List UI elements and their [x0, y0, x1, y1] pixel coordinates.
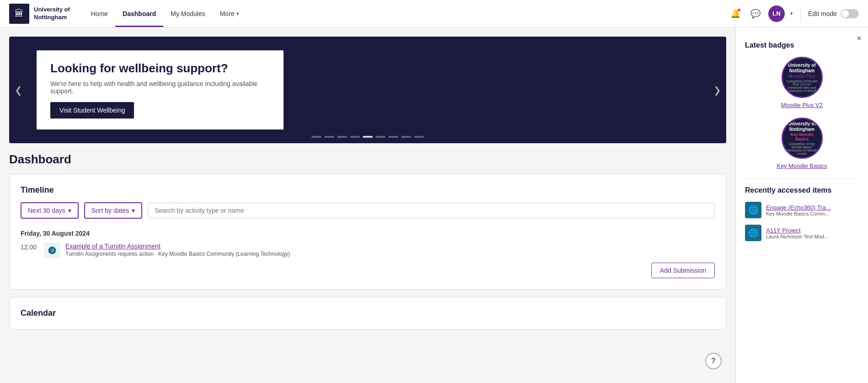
- filter-dates-dropdown[interactable]: Next 30 days ▾: [21, 202, 79, 219]
- recent-subtitle-echo360: Key Moodle Basics Comm...: [766, 211, 831, 216]
- recent-icon-echo360: 🌐: [745, 202, 761, 218]
- header-right: 🔔 💬 LN ▾ Edit mode: [728, 5, 859, 22]
- badge-label-moodle-plus: Moodle Plus: [788, 74, 815, 79]
- badge-logo-2: University ofNottingham: [788, 121, 816, 132]
- main-nav: Home Dashboard My Modules More ▾: [84, 0, 246, 27]
- recent-text-echo360: Engage (Echo360) Tra... Key Moodle Basic…: [766, 204, 831, 216]
- calendar-header: Calendar: [21, 308, 715, 318]
- timeline-details: Example of a Turnitin Assignment Turniti…: [65, 243, 715, 278]
- badge-link-moodle-plus[interactable]: Moodle Plus V2: [781, 102, 823, 108]
- avatar-dropdown-icon[interactable]: ▾: [790, 11, 793, 16]
- content-area: ❮ Looking for wellbeing support? We're h…: [0, 27, 735, 383]
- svg-text:T: T: [50, 248, 53, 253]
- header: 🏛 University of Nottingham Home Dashboar…: [0, 0, 868, 27]
- badge-desc-moodle-plus: Completion of Moodle Plus V2.0 for enhan…: [786, 80, 818, 92]
- badge-logo: University ofNottingham: [788, 63, 816, 74]
- edit-mode-control: Edit mode: [808, 9, 859, 18]
- message-icon[interactable]: 💬: [748, 6, 763, 21]
- banner-title: Looking for wellbeing support?: [50, 61, 270, 76]
- badge-item-key-moodle: University ofNottingham Key Moodle Basic…: [745, 118, 859, 169]
- banner-dot-8[interactable]: [401, 136, 411, 138]
- notification-bell-icon[interactable]: 🔔: [728, 6, 743, 21]
- filter-sort-dropdown[interactable]: Sort by dates ▾: [84, 202, 143, 219]
- recent-item-a11y[interactable]: 🌐 A11Y Project Laura Nicholson Test Mod.…: [745, 225, 859, 241]
- notification-dot: [737, 8, 741, 12]
- banner-subtitle: We're here to help with health and wellb…: [50, 80, 270, 95]
- nav-item-more[interactable]: More ▾: [213, 0, 246, 27]
- dashboard-title: Dashboard: [9, 152, 726, 167]
- badge-inner: University ofNottingham Moodle Plus Comp…: [783, 59, 821, 96]
- recent-icon-a11y: 🌐: [745, 225, 761, 241]
- banner-dot-9[interactable]: [414, 136, 424, 138]
- badge-image-moodle-plus: University ofNottingham Moodle Plus Comp…: [782, 57, 823, 98]
- avatar[interactable]: LN: [768, 5, 785, 22]
- banner-dots: [311, 136, 424, 138]
- chevron-down-icon: ▾: [236, 11, 239, 16]
- badges-section-title: Latest badges: [745, 41, 859, 49]
- banner-dot-2[interactable]: [324, 136, 334, 138]
- banner: ❮ Looking for wellbeing support? We're h…: [9, 37, 726, 143]
- help-button[interactable]: ?: [705, 353, 722, 369]
- add-submission-button[interactable]: Add Submission: [651, 263, 715, 278]
- banner-dot-7[interactable]: [388, 136, 398, 138]
- timeline-header: Timeline: [21, 185, 715, 195]
- search-input[interactable]: [148, 203, 715, 218]
- banner-dot-5[interactable]: [363, 136, 373, 138]
- recent-item-echo360[interactable]: 🌐 Engage (Echo360) Tra... Key Moodle Bas…: [745, 202, 859, 218]
- banner-dot-4[interactable]: [350, 136, 360, 138]
- chevron-down-icon: ▾: [132, 207, 135, 214]
- edit-mode-toggle[interactable]: [841, 9, 859, 18]
- banner-dot-3[interactable]: [337, 136, 347, 138]
- badge-desc-key-moodle: Completion of Key Moodle Basics Introduc…: [786, 142, 818, 155]
- badge-label-key-moodle: Key Moodle Basics: [786, 132, 818, 141]
- timeline-filters: Next 30 days ▾ Sort by dates ▾: [21, 202, 715, 219]
- assignment-link[interactable]: Example of a Turnitin Assignment: [65, 243, 161, 250]
- nav-item-my-modules[interactable]: My Modules: [163, 0, 212, 27]
- timeline-description: Turnitin Assignments requires action · K…: [65, 251, 715, 257]
- sidebar: × Latest badges University ofNottingham …: [735, 27, 868, 383]
- visit-student-wellbeing-button[interactable]: Visit Student Wellbeing: [50, 102, 134, 119]
- edit-mode-label: Edit mode: [808, 10, 837, 17]
- university-logo-icon: 🏛: [9, 4, 29, 24]
- banner-card: Looking for wellbeing support? We're her…: [37, 50, 284, 129]
- timeline-card: Timeline Next 30 days ▾ Sort by dates ▾ …: [9, 174, 726, 290]
- banner-dot-6[interactable]: [375, 136, 386, 138]
- timeline-time: 12:00: [21, 243, 39, 251]
- university-name: University of Nottingham: [34, 6, 70, 22]
- recent-link-echo360[interactable]: Engage (Echo360) Tra...: [766, 204, 831, 211]
- main-layout: ❮ Looking for wellbeing support? We're h…: [0, 27, 868, 383]
- recent-text-a11y: A11Y Project Laura Nicholson Test Mod...: [766, 227, 828, 239]
- badge-link-key-moodle[interactable]: Key Moodle Basics: [777, 162, 827, 169]
- turnitin-icon: T: [44, 243, 60, 258]
- banner-content: Looking for wellbeing support? We're her…: [27, 37, 708, 143]
- chevron-down-icon: ▾: [68, 207, 71, 214]
- divider: [800, 7, 801, 21]
- badge-image-key-moodle: University ofNottingham Key Moodle Basic…: [782, 118, 823, 159]
- banner-prev-arrow[interactable]: ❮: [9, 51, 27, 129]
- submission-btn-area: Add Submission: [65, 263, 715, 278]
- sidebar-close-button[interactable]: ×: [857, 34, 862, 43]
- banner-next-arrow[interactable]: ❯: [708, 51, 726, 129]
- recent-link-a11y[interactable]: A11Y Project: [766, 227, 801, 234]
- calendar-card: Calendar: [9, 297, 726, 329]
- badge-inner-2: University ofNottingham Key Moodle Basic…: [783, 119, 821, 157]
- timeline-date: Friday, 30 August 2024: [21, 230, 715, 237]
- recent-section-title: Recently accessed items: [745, 186, 859, 194]
- logo-area: 🏛 University of Nottingham: [9, 4, 70, 24]
- sidebar-divider: [745, 178, 859, 179]
- badge-item-moodle-plus: University ofNottingham Moodle Plus Comp…: [745, 57, 859, 108]
- recent-subtitle-a11y: Laura Nicholson Test Mod...: [766, 234, 828, 239]
- nav-item-dashboard[interactable]: Dashboard: [115, 0, 163, 27]
- banner-dot-1[interactable]: [311, 136, 321, 138]
- timeline-item: 12:00 T Example of a Turnitin Assignment…: [21, 243, 715, 278]
- nav-item-home[interactable]: Home: [84, 0, 115, 27]
